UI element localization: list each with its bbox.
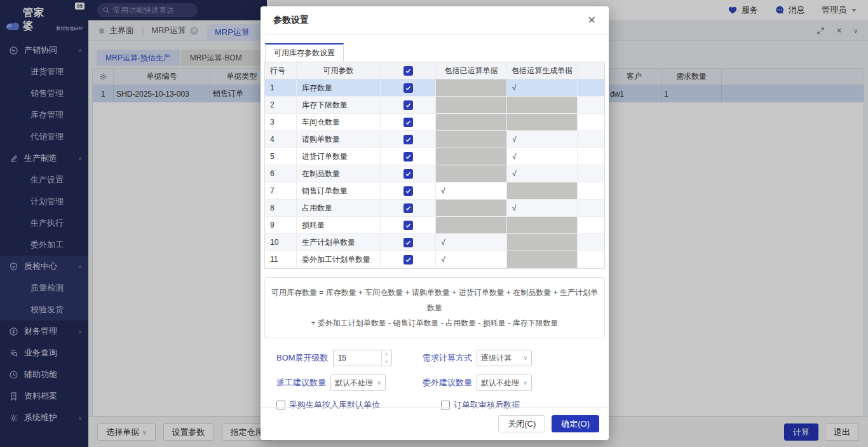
param-row-no: 11 <box>265 251 297 268</box>
demand-calc-label: 需求计算方式 <box>423 352 472 364</box>
param-row[interactable]: 11委外加工计划单数量√ <box>265 251 604 268</box>
param-row[interactable]: 6在制品数量√ <box>265 165 604 182</box>
param-checkbox[interactable] <box>403 255 413 265</box>
param-row[interactable]: 8占用数量√ <box>265 200 604 217</box>
param-row[interactable]: 9损耗量 <box>265 217 604 234</box>
include-calculated-cell[interactable]: √ <box>436 182 507 199</box>
param-row-no: 7 <box>265 182 297 199</box>
chevron-down-icon: ∨ <box>523 355 527 361</box>
param-enabled-cell <box>381 97 436 113</box>
include-calculated-cell[interactable]: √ <box>436 251 507 268</box>
param-name: 损耗量 <box>297 217 381 233</box>
param-enabled-cell <box>381 165 436 182</box>
tab-available-stock-params[interactable]: 可用库存参数设置 <box>265 43 344 62</box>
param-name: 请购单数量 <box>297 131 381 148</box>
demand-calc-select[interactable]: 逐级计算 ∨ <box>477 350 532 366</box>
header-param: 可用参数 <box>297 62 381 79</box>
include-generated-cell[interactable] <box>507 182 578 199</box>
include-generated-cell[interactable] <box>507 234 578 251</box>
param-row-filler <box>578 79 604 96</box>
param-checkbox[interactable] <box>403 169 413 179</box>
param-name: 车间仓数量 <box>297 114 381 130</box>
param-row[interactable]: 4请购单数量√ <box>265 131 604 148</box>
include-calculated-cell[interactable] <box>436 114 507 130</box>
param-row-no: 8 <box>265 200 297 216</box>
header-row-no: 行号 <box>265 62 297 79</box>
dialog-footer: 关闭(C) 确定(O) <box>261 407 609 440</box>
include-calculated-cell[interactable]: √ <box>436 234 507 251</box>
param-enabled-cell <box>381 114 436 130</box>
header-empty <box>578 62 604 79</box>
include-calculated-cell[interactable] <box>436 97 507 113</box>
demand-calc-value: 逐级计算 <box>481 353 523 364</box>
include-generated-cell[interactable]: √ <box>507 79 578 96</box>
param-checkbox[interactable] <box>403 221 413 230</box>
include-generated-cell[interactable]: √ <box>507 131 578 148</box>
param-row-no: 1 <box>265 79 297 96</box>
param-enabled-cell <box>381 131 436 148</box>
param-checkbox[interactable] <box>403 118 413 127</box>
param-row-filler <box>578 97 604 113</box>
outsource-qty-select[interactable]: 默认不处理 ∨ <box>477 375 532 391</box>
param-enabled-cell <box>381 148 436 165</box>
param-row[interactable]: 1库存数量√ <box>265 79 604 97</box>
param-checkbox[interactable] <box>403 238 413 247</box>
include-generated-cell[interactable] <box>507 217 578 233</box>
dialog-body: 可用库存参数设置 行号 可用参数 包括已运算单据 包括运算生成单据 1库存数量√… <box>261 34 609 411</box>
param-table-body: 1库存数量√2库存下限数量3车间仓数量4请购单数量√5进货订单数量√6在制品数量… <box>265 79 604 268</box>
param-checkbox[interactable] <box>403 83 413 93</box>
dialog-header: 参数设置 ✕ <box>261 6 609 34</box>
param-checkbox[interactable] <box>403 186 413 196</box>
include-generated-cell[interactable]: √ <box>507 148 578 165</box>
param-row-no: 5 <box>265 148 297 165</box>
param-row[interactable]: 7销售订单数量√ <box>265 182 604 200</box>
dispatch-qty-select[interactable]: 默认不处理 ∨ <box>330 375 386 391</box>
bom-level-stepper: ∧ ∨ <box>333 350 392 366</box>
include-generated-cell[interactable] <box>507 251 578 268</box>
include-calculated-cell[interactable] <box>436 131 507 148</box>
param-row-filler <box>578 182 604 199</box>
include-generated-cell[interactable] <box>507 97 578 113</box>
param-enabled-cell <box>381 251 436 268</box>
param-checkbox[interactable] <box>403 100 413 110</box>
param-name: 生产计划单数量 <box>297 234 381 251</box>
param-row[interactable]: 10生产计划单数量√ <box>265 234 604 251</box>
include-generated-cell[interactable] <box>507 114 578 130</box>
param-row[interactable]: 3车间仓数量 <box>265 114 604 131</box>
param-row[interactable]: 2库存下限数量 <box>265 97 604 114</box>
param-name: 在制品数量 <box>297 165 381 182</box>
include-calculated-cell[interactable] <box>436 217 507 233</box>
stepper-down-icon[interactable]: ∨ <box>382 358 391 366</box>
param-row-filler <box>578 114 604 130</box>
include-calculated-cell[interactable] <box>436 79 507 96</box>
outsource-qty-value: 默认不处理 <box>481 378 523 389</box>
param-row-filler <box>578 200 604 216</box>
dispatch-qty-value: 默认不处理 <box>335 378 377 389</box>
header-select-all <box>381 62 436 79</box>
param-table-header: 行号 可用参数 包括已运算单据 包括运算生成单据 <box>265 62 604 79</box>
include-generated-cell[interactable]: √ <box>507 200 578 216</box>
include-generated-cell[interactable]: √ <box>507 165 578 182</box>
param-checkbox[interactable] <box>403 152 413 162</box>
select-all-checkbox[interactable] <box>403 66 413 76</box>
param-enabled-cell <box>381 200 436 216</box>
param-row-no: 9 <box>265 217 297 233</box>
confirm-button[interactable]: 确定(O) <box>552 415 599 432</box>
stepper-up-icon[interactable]: ∧ <box>382 350 391 358</box>
param-checkbox[interactable] <box>403 135 413 144</box>
include-calculated-cell[interactable] <box>436 200 507 216</box>
include-calculated-cell[interactable] <box>436 165 507 182</box>
param-name: 进货订单数量 <box>297 148 381 165</box>
param-row[interactable]: 5进货订单数量√ <box>265 148 604 165</box>
param-name: 库存下限数量 <box>297 97 381 113</box>
chevron-down-icon: ∨ <box>377 380 381 386</box>
include-calculated-cell[interactable] <box>436 148 507 165</box>
param-checkbox[interactable] <box>403 203 413 213</box>
param-row-filler <box>578 148 604 165</box>
param-row-filler <box>578 217 604 233</box>
param-enabled-cell <box>381 182 436 199</box>
param-name: 销售订单数量 <box>297 182 381 199</box>
dialog-close-icon[interactable]: ✕ <box>585 13 599 27</box>
formula-line-1: 可用库存数量 = 库存数量 + 车间仓数量 + 请购单数量 + 进货订单数量 +… <box>270 285 599 315</box>
close-button[interactable]: 关闭(C) <box>498 415 545 432</box>
